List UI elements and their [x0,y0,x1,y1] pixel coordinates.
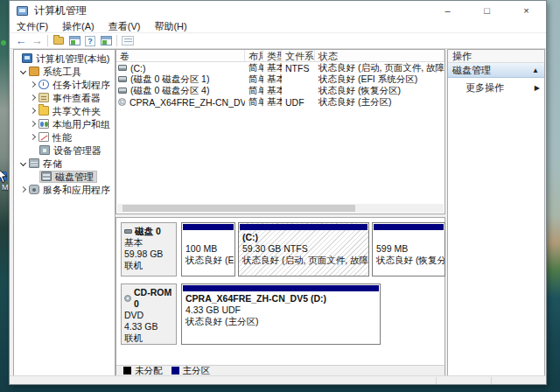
mouse-cursor [0,167,8,184]
column-header-type[interactable]: 类型 [263,50,282,61]
partition-recovery[interactable]: 599 MB 状态良好 (恢复分区) [372,222,445,276]
title-bar[interactable]: 计算机管理 – □ × [10,1,546,20]
tree-item-computer-management[interactable]: 计算机管理(本地) [14,52,115,65]
properties-icon [122,36,134,46]
menu-file[interactable]: 文件(F) [10,20,55,33]
menu-help[interactable]: 帮助(H) [147,20,193,33]
back-icon: ← [16,35,27,46]
volume-list-pane: 卷 布局 类型 文件系统 状态 (C:) 简单 基本 NTFS 状态良好 (启动… [116,49,445,214]
tree-item-shared-folders[interactable]: 共享文件夹 [14,104,115,117]
scrollbar-thumb[interactable] [122,205,355,212]
volume-row[interactable]: (C:) 简单 基本 NTFS 状态良好 (启动, 页面文件, 故障转储, 基本… [116,62,444,74]
maximize-button[interactable]: □ [467,1,507,20]
tree-item-task-scheduler[interactable]: 任务计划程序 [14,78,115,91]
close-button[interactable]: × [507,1,546,20]
volume-layout: 简单 [245,85,263,97]
volume-list-header: 卷 布局 类型 文件系统 状态 [116,50,444,62]
caption-buttons: – □ × [428,1,546,20]
back-button[interactable]: ← [13,34,29,48]
console-tree-button[interactable] [66,34,82,48]
chevron-right-icon[interactable] [30,81,36,88]
volume-layout: 简单 [245,62,263,74]
volume-row[interactable]: (磁盘 0 磁盘分区 1) 简单 基本 状态良好 (EFI 系统分区) [116,74,444,85]
statusbar-separator [436,377,437,384]
tree-item-label: 性能 [52,131,72,144]
tree-item-label: 设备管理器 [53,144,102,157]
volume-row[interactable]: CPRA_X64FRE_ZH-CN_DV5 (D:) 简单 基本 UDF 状态良… [116,96,444,108]
partition-type-bar [374,224,444,230]
performance-icon [38,132,49,142]
partition-title: (C:) [242,232,368,243]
partition-c[interactable]: (C:) 59.30 GB NTFS 状态良好 (启动, 页面文件, 故障转储,… [238,222,369,276]
partition-size: 100 MB [186,243,234,255]
partition-title [376,232,444,243]
chevron-down-icon[interactable] [20,160,26,166]
services-icon [29,185,39,194]
disk-kind: DVD [124,310,174,321]
volume-status: 状态良好 (启动, 页面文件, 故障转储, 基本数据分 [315,62,444,74]
forward-button[interactable]: → [29,34,45,48]
cdrom-0-partitions: CPRA_X64FRE_ZH-CN_DV5 (D:) 4.33 GB UDF 状… [181,284,381,345]
menu-action[interactable]: 操作(A) [55,20,102,33]
tree-item-event-viewer[interactable]: 事件查看器 [14,91,115,104]
more-actions-item[interactable]: 更多操作 ▶ [448,80,544,95]
disk-state: 联机 [124,260,174,271]
properties-button[interactable] [120,34,136,48]
chevron-right-icon[interactable] [30,94,36,101]
actions-group-disk-management[interactable]: 磁盘管理 ▲ [448,63,544,78]
horizontal-scrollbar[interactable] [117,204,444,213]
help-icon: ? [85,36,95,46]
volume-filesystem: NTFS [282,63,315,74]
disk-icon [124,229,132,234]
disk-size: 59.98 GB [124,248,174,260]
tree-item-disk-management[interactable]: 磁盘管理 [14,170,115,183]
chevron-right-icon[interactable] [20,186,26,192]
chevron-right-icon[interactable] [30,121,36,127]
wallpaper-detail [1,40,6,46]
unallocated-swatch [123,367,131,374]
tree-item-local-users[interactable]: 本地用户和组 [14,117,115,130]
volume-name: (磁盘 0 磁盘分区 4) [130,85,209,97]
tree-item-system-tools[interactable]: 系统工具 [14,65,115,78]
cdrom-0-label[interactable]: CD-ROM 0 DVD 4.33 GB 联机 [121,284,177,345]
action-pane-button[interactable] [98,34,114,48]
tree-item-performance[interactable]: 性能 [14,130,115,144]
volume-icon [118,88,127,94]
task-scheduler-icon [38,80,49,89]
actions-group-label: 磁盘管理 [452,64,491,77]
chevron-right-icon[interactable] [30,108,36,114]
selected-tree-item[interactable]: 磁盘管理 [39,171,97,183]
volume-status: 状态良好 (主分区) [315,96,444,108]
column-header-status[interactable]: 状态 [315,50,444,61]
column-header-filesystem[interactable]: 文件系统 [282,50,315,61]
chevron-down-icon[interactable] [20,68,26,74]
tree-item-label: 事件查看器 [52,92,101,104]
collapse-icon[interactable]: ▲ [532,66,539,74]
tree-item-label: 计算机管理(本地) [36,52,109,65]
disk-0-partitions: 100 MB 状态良好 (EFI 系 (C:) 59.30 GB NTFS 状态… [181,222,445,276]
column-header-layout[interactable]: 布局 [245,50,263,61]
volume-row[interactable]: (磁盘 0 磁盘分区 4) 简单 基本 状态良好 (恢复分区) [116,85,444,96]
up-level-button[interactable] [51,34,66,48]
menu-view[interactable]: 查看(V) [102,20,148,33]
tree-item-storage[interactable]: 存储 [14,157,115,170]
disk-0-label[interactable]: 磁盘 0 基本 59.98 GB 联机 [121,222,177,276]
tree-item-label: 系统工具 [43,66,81,78]
disk-size: 4.33 GB [124,321,174,332]
partition-status: 状态良好 (主分区) [186,316,380,327]
volume-type: 基本 [263,96,282,108]
chevron-right-icon[interactable] [30,134,36,140]
app-icon [17,6,28,16]
column-header-volume[interactable]: 卷 [116,50,245,61]
submenu-arrow-icon: ▶ [535,84,540,92]
event-viewer-icon [38,93,49,102]
tree-item-services-applications[interactable]: 服务和应用程序 [14,183,115,196]
minimize-button[interactable]: – [428,1,467,20]
disk-state: 联机 [124,332,174,344]
device-manager-icon [39,145,50,155]
tree-item-device-manager[interactable]: 设备管理器 [14,144,115,157]
partition-dvd[interactable]: CPRA_X64FRE_ZH-CN_DV5 (D:) 4.33 GB UDF 状… [181,284,381,345]
partition-status: 状态良好 (恢复分区) [376,255,444,266]
help-button[interactable]: ? [82,34,98,48]
partition-efi[interactable]: 100 MB 状态良好 (EFI 系 [181,222,235,276]
